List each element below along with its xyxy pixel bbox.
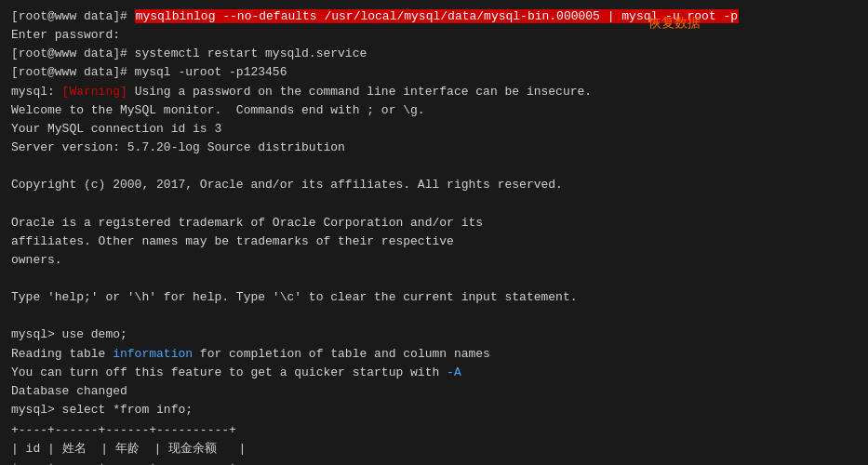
line-14: owners. [11,251,857,270]
line-5: mysql: [Warning] Using a password on the… [11,83,857,101]
line-12: Oracle is a registered trademark of Orac… [11,214,857,232]
line-19: Reading table information for completion… [11,345,857,364]
prompt-1: [root@www data]# [11,9,135,23]
line-blank-4 [11,307,857,326]
warning-text: [Warning] [62,85,127,99]
restore-data-label: 恢复数据 [648,13,701,33]
line-4: [root@www data]# mysql -uroot -p123456 [11,63,857,82]
flag-text: -A [447,365,461,379]
table-section: +----+------+------+----------+ | id | 姓… [11,421,857,465]
terminal: [root@www data]# mysqlbinlog --no-defaul… [0,0,868,465]
line-1: [root@www data]# mysqlbinlog --no-defaul… [11,7,857,26]
line-20: You can turn off this feature to get a q… [11,364,857,382]
info-text: information [113,347,193,361]
line-2: Enter password: [11,26,857,45]
table-divider-mid: +----+------+------+----------+ [11,458,857,465]
table-divider-top: +----+------+------+----------+ [11,421,857,440]
line-7: Your MySQL connection id is 3 [11,120,857,139]
line-22: mysql> select *from info; [11,401,857,419]
table-header: | id | 姓名 | 年龄 | 现金余额 | [11,440,857,458]
line-blank-1 [11,157,857,176]
line-16: Type 'help;' or '\h' for help. Type '\c'… [11,288,857,307]
line-8: Server version: 5.7.20-log Source distri… [11,139,857,157]
line-blank-2 [11,194,857,213]
line-21: Database changed [11,382,857,401]
line-13: affiliates. Other names may be trademark… [11,232,857,251]
line-6: Welcome to the MySQL monitor. Commands e… [11,101,857,120]
line-blank-3 [11,270,857,288]
line-18: mysql> use demo; [11,326,857,344]
line-10: Copyright (c) 2000, 2017, Oracle and/or … [11,176,857,194]
line-3: [root@www data]# systemctl restart mysql… [11,45,857,63]
